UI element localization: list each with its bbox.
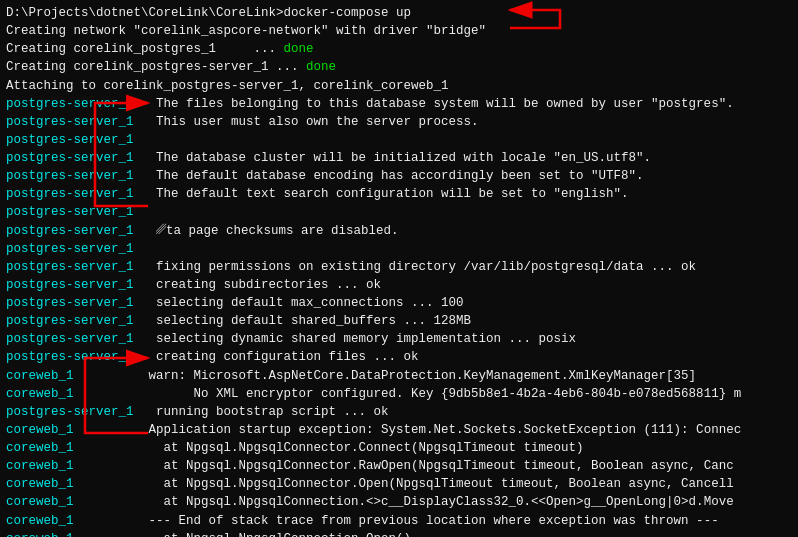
arrow-checksums-indicator <box>95 103 148 206</box>
arrow-stacktrace-indicator <box>85 358 148 433</box>
arrow-done-indicator <box>510 10 560 28</box>
terminal-window: D:\Projects\dotnet\CoreLink\CoreLink>doc… <box>0 0 798 537</box>
annotation-arrows <box>0 0 798 537</box>
